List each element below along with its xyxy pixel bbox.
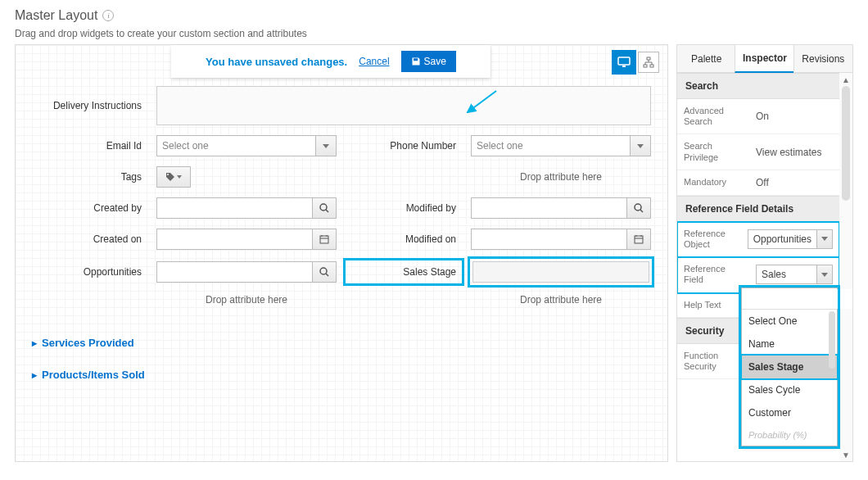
reference-field-value: Sales Stage xyxy=(756,265,816,284)
modified-on-input[interactable] xyxy=(471,229,651,250)
kv-key: Mandatory xyxy=(677,170,749,195)
calendar-icon[interactable] xyxy=(312,229,337,250)
section-services-label: Services Provided xyxy=(42,337,134,349)
field-label-tags: Tags xyxy=(32,171,147,183)
opportunities-input[interactable] xyxy=(156,261,337,283)
cancel-link[interactable]: Cancel xyxy=(359,56,389,67)
svg-point-5 xyxy=(167,174,169,175)
kv-key: Reference Object xyxy=(677,222,741,256)
reference-field-select[interactable]: Sales Stage xyxy=(756,265,833,284)
save-button-label: Save xyxy=(424,56,446,67)
calendar-icon[interactable] xyxy=(626,229,651,250)
svg-rect-0 xyxy=(618,57,630,65)
search-icon[interactable] xyxy=(626,197,651,219)
field-label-modified-by: Modified by xyxy=(346,202,461,214)
search-icon[interactable] xyxy=(312,197,337,219)
dropdown-scrollbar[interactable] xyxy=(827,310,837,446)
unsaved-message: You have unsaved changes. xyxy=(206,56,347,68)
dropdown-search-input[interactable] xyxy=(742,289,852,309)
reference-object-select[interactable]: Opportunities xyxy=(748,229,833,249)
scroll-thumb[interactable] xyxy=(842,86,850,201)
tags-cell xyxy=(156,166,337,188)
scroll-up-icon[interactable]: ▲ xyxy=(839,73,852,86)
created-on-input[interactable] xyxy=(156,229,337,250)
chevron-down-icon xyxy=(177,175,182,179)
kv-row: Search Privilege View estimates xyxy=(677,134,839,170)
svg-rect-9 xyxy=(635,236,643,243)
dropdown-option[interactable]: Sales Cycle xyxy=(742,378,837,401)
kv-row: Mandatory Off xyxy=(677,170,839,196)
structure-view-button[interactable] xyxy=(638,52,659,73)
kv-val: Off xyxy=(749,170,839,195)
chevron-right-icon: ▸ xyxy=(32,369,37,381)
dropdown-search xyxy=(742,288,837,310)
unsaved-changes-bar: You have unsaved changes. Cancel Save xyxy=(171,45,491,78)
kv-key: Function Security xyxy=(677,344,749,378)
field-label-created-by: Created by xyxy=(32,202,147,214)
chevron-down-icon xyxy=(816,229,833,249)
section-header-search: Search xyxy=(677,73,839,99)
section-services[interactable]: ▸ Services Provided xyxy=(16,330,667,355)
field-label-delivery: Delivery Instructions xyxy=(32,100,147,111)
tab-palette[interactable]: Palette xyxy=(676,44,736,73)
page-title-text: Master Layout xyxy=(15,8,97,23)
dropdown-option-selected[interactable]: Sales Stage xyxy=(742,355,837,378)
tab-revisions[interactable]: Revisions xyxy=(793,44,853,73)
delivery-instructions-textarea[interactable] xyxy=(156,86,651,125)
save-icon xyxy=(411,57,421,66)
kv-row: Advanced Search On xyxy=(677,99,839,134)
field-label-created-on: Created on xyxy=(32,233,147,245)
kv-key: Reference Field xyxy=(677,257,749,292)
email-select-value: Select one xyxy=(156,135,315,156)
drop-hint[interactable]: Drop attribute here xyxy=(156,294,337,306)
svg-rect-2 xyxy=(647,57,650,60)
dropdown-option[interactable]: Customer xyxy=(742,401,837,424)
panel-body: Search Advanced Search On Search Privile… xyxy=(677,73,852,461)
sales-stage-input[interactable] xyxy=(472,261,649,283)
kv-key: Help Text xyxy=(677,293,749,317)
modified-by-input[interactable] xyxy=(471,197,651,219)
kv-key: Advanced Search xyxy=(677,99,749,134)
chevron-down-icon xyxy=(315,135,337,156)
email-select[interactable]: Select one xyxy=(156,135,337,156)
side-tabs: Palette Inspector Revisions xyxy=(677,45,852,73)
created-by-input[interactable] xyxy=(156,197,337,219)
panel-scrollbar[interactable]: ▲ ▼ xyxy=(839,73,852,461)
tags-button[interactable] xyxy=(156,166,191,188)
kv-val: On xyxy=(749,99,839,134)
reference-object-row: Reference Object Opportunities xyxy=(677,222,839,257)
field-label-modified-on: Modified on xyxy=(346,233,461,245)
drop-hint[interactable]: Drop attribute here xyxy=(471,171,651,183)
phone-select[interactable]: Select one xyxy=(471,135,651,156)
sales-stage-field-wrap[interactable] xyxy=(471,260,651,284)
dropdown-option[interactable]: Select One xyxy=(742,310,837,333)
save-button[interactable]: Save xyxy=(401,51,456,72)
section-products[interactable]: ▸ Products/Items Sold xyxy=(16,362,667,387)
monitor-icon xyxy=(617,57,631,68)
scroll-thumb[interactable] xyxy=(829,311,835,369)
kv-val: View estimates xyxy=(749,134,839,169)
dropdown-option[interactable]: Probability (%) xyxy=(742,424,837,446)
desktop-view-button[interactable] xyxy=(613,52,635,73)
layout-canvas[interactable]: You have unsaved changes. Cancel Save De… xyxy=(15,44,668,462)
sitemap-icon xyxy=(643,57,654,68)
field-label-sales-stage[interactable]: Sales Stage xyxy=(346,261,461,283)
tab-inspector[interactable]: Inspector xyxy=(735,44,794,73)
kv-val: Opportunities xyxy=(741,222,839,256)
scroll-down-icon[interactable]: ▼ xyxy=(839,448,852,461)
page-title: Master Layout i xyxy=(15,8,853,23)
drop-hint[interactable]: Drop attribute here xyxy=(471,294,651,306)
section-header-reference: Reference Field Details xyxy=(677,196,839,222)
info-icon[interactable]: i xyxy=(102,10,114,21)
svg-rect-1 xyxy=(622,66,626,67)
field-label-email: Email Id xyxy=(32,140,147,152)
search-icon[interactable] xyxy=(312,261,337,283)
chevron-down-icon xyxy=(816,265,833,284)
dropdown-option[interactable]: Name xyxy=(742,333,837,355)
tag-icon xyxy=(165,172,175,182)
kv-key: Search Privilege xyxy=(677,134,749,169)
form-grid: Delivery Instructions Email Id Select on… xyxy=(16,86,667,306)
svg-rect-3 xyxy=(644,65,647,67)
svg-rect-4 xyxy=(650,65,653,67)
svg-point-10 xyxy=(320,268,327,274)
